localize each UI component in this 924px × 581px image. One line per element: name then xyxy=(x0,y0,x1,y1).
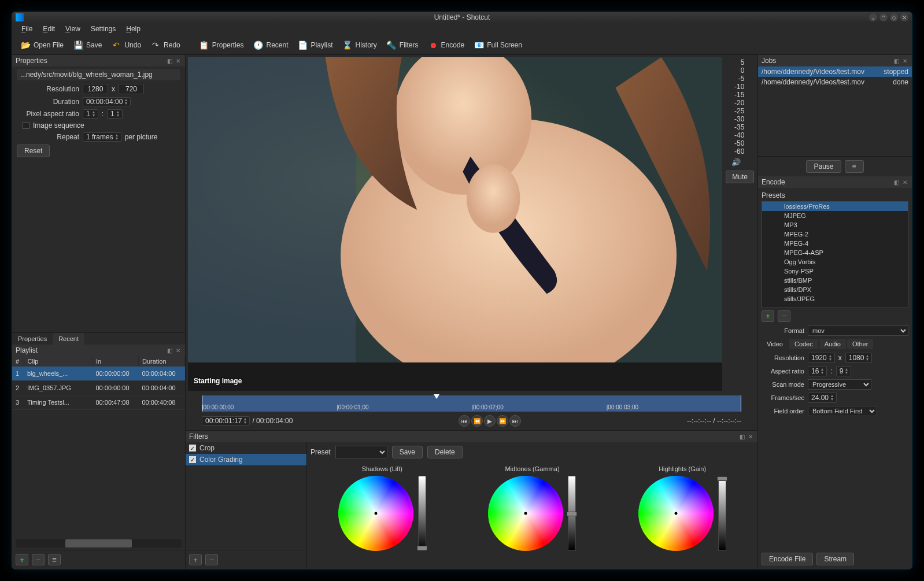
remove-clip-button[interactable]: − xyxy=(32,554,45,565)
duration-input[interactable]: 00:00:04:00▴▾ xyxy=(83,97,131,106)
reset-button[interactable]: Reset xyxy=(17,145,50,157)
imgseq-checkbox[interactable] xyxy=(23,122,29,129)
detach-icon[interactable]: ◧ xyxy=(893,57,900,64)
tab-recent[interactable]: Recent xyxy=(53,333,84,345)
remove-preset-button[interactable]: − xyxy=(778,310,790,322)
close-panel-icon[interactable]: ✕ xyxy=(901,179,908,186)
skip-start-button[interactable]: ⏮ xyxy=(459,415,470,427)
col-clip[interactable]: Clip xyxy=(24,356,93,367)
col-in[interactable]: In xyxy=(93,356,139,367)
res-height-input[interactable]: 720 xyxy=(119,84,144,94)
preset-item[interactable]: MP3 xyxy=(762,220,908,230)
stream-button[interactable]: Stream xyxy=(816,553,854,565)
playlist-menu-button[interactable]: ≡ xyxy=(48,554,61,565)
detach-icon[interactable]: ◧ xyxy=(893,179,900,186)
close-panel-icon[interactable]: ✕ xyxy=(175,57,182,64)
encode-tab[interactable]: Audio xyxy=(819,339,846,349)
restore-icon[interactable]: ◇ xyxy=(890,13,898,21)
preset-item[interactable]: Ogg Vorbis xyxy=(762,257,908,267)
highlights-slider[interactable] xyxy=(718,476,726,551)
col-dur[interactable]: Duration xyxy=(139,356,185,367)
job-row[interactable]: /home/ddennedy/Videos/test.movstopped xyxy=(758,66,912,77)
repeat-input[interactable]: 1 frames▴▾ xyxy=(83,132,121,142)
filter-item[interactable]: ✓Crop xyxy=(186,442,306,454)
shadows-wheel[interactable] xyxy=(338,476,413,551)
add-preset-button[interactable]: + xyxy=(762,310,774,322)
close-panel-icon[interactable]: ✕ xyxy=(747,433,754,440)
preset-item[interactable]: stills/DPX xyxy=(762,285,908,294)
maximize-icon[interactable]: ⌃ xyxy=(879,13,888,21)
shadows-slider[interactable] xyxy=(418,476,426,551)
timeline-ruler[interactable]: |00:00:00;00|00:00:01;00|00:00:02;00|00:… xyxy=(202,395,741,412)
playhead-icon[interactable] xyxy=(434,394,439,399)
save-button[interactable]: 💾Save xyxy=(69,38,105,53)
playlist-row[interactable]: 1blg_wheels_...00:00:00:0000:00:04:00 xyxy=(12,367,185,381)
preset-item[interactable]: stills/JPEG xyxy=(762,294,908,304)
job-row[interactable]: /home/ddennedy/Videos/test.movdone xyxy=(758,77,912,87)
playlist-scrollbar[interactable] xyxy=(16,539,182,547)
preset-item[interactable]: MPEG-4-ASP xyxy=(762,248,908,257)
close-panel-icon[interactable]: ✕ xyxy=(175,347,182,354)
save-preset-button[interactable]: Save xyxy=(392,446,423,458)
highlights-wheel[interactable] xyxy=(638,476,714,551)
pause-jobs-button[interactable]: Pause xyxy=(806,160,841,173)
tab-properties[interactable]: Properties xyxy=(12,333,53,345)
close-panel-icon[interactable]: ✕ xyxy=(901,57,908,64)
var-a-input[interactable]: 16▴▾ xyxy=(808,366,827,376)
res-width-input[interactable]: 1280 xyxy=(83,84,108,94)
par-a-input[interactable]: 1▴▾ xyxy=(83,109,98,119)
mute-button[interactable]: Mute xyxy=(726,171,754,183)
var-b-input[interactable]: 9▴▾ xyxy=(836,366,852,376)
add-clip-button[interactable]: + xyxy=(16,554,28,565)
properties-button[interactable]: 📋Properties xyxy=(195,38,247,53)
play-button[interactable]: ▶ xyxy=(484,415,496,427)
rewind-button[interactable]: ⏪ xyxy=(471,415,483,427)
playlist-button[interactable]: 📄Playlist xyxy=(294,38,337,53)
detach-icon[interactable]: ◧ xyxy=(166,57,173,64)
preset-list[interactable]: lossless/ProResMJPEGMP3MPEG-2MPEG-4MPEG-… xyxy=(762,201,908,308)
encode-tab[interactable]: Codec xyxy=(789,339,818,349)
fps-input[interactable]: 24.00▴▾ xyxy=(808,393,837,403)
preview-viewport[interactable]: Starting image xyxy=(188,57,722,391)
playlist-row[interactable]: 3Timing Testsl...00:00:47:0800:00:40:08 xyxy=(12,395,185,410)
encode-file-button[interactable]: Encode File xyxy=(762,553,813,565)
preset-select[interactable] xyxy=(335,446,387,458)
midtones-wheel[interactable] xyxy=(488,476,563,551)
preset-item[interactable]: MPEG-4 xyxy=(762,239,908,248)
menu-view[interactable]: View xyxy=(61,24,85,34)
encode-tab[interactable]: Other xyxy=(847,339,874,349)
preset-item[interactable]: stills/BMP xyxy=(762,276,908,285)
jobs-menu-button[interactable]: ≡ xyxy=(845,160,864,173)
preset-item[interactable]: lossless/ProRes xyxy=(762,202,908,211)
detach-icon[interactable]: ◧ xyxy=(166,347,173,354)
undo-button[interactable]: ↶Undo xyxy=(108,38,145,53)
par-b-input[interactable]: 1▴▾ xyxy=(107,109,123,119)
recent-button[interactable]: 🕐Recent xyxy=(249,38,291,53)
playlist-row[interactable]: 2IMG_0357.JPG00:00:00:0000:00:04:00 xyxy=(12,381,185,395)
remove-filter-button[interactable]: − xyxy=(205,554,218,565)
menu-settings[interactable]: Settings xyxy=(86,24,120,34)
preset-item[interactable]: MPEG-2 xyxy=(762,230,908,239)
timecode-current[interactable]: 00:00:01:17▴▾ xyxy=(202,416,250,425)
fastfwd-button[interactable]: ⏩ xyxy=(497,415,508,427)
fo-select[interactable]: Bottom Field First xyxy=(808,406,877,416)
encode-button[interactable]: ⏺Encode xyxy=(424,38,468,53)
fullscreen-button[interactable]: 📧Full Screen xyxy=(470,38,526,53)
volume-icon[interactable]: 🔊 xyxy=(726,158,746,168)
add-filter-button[interactable]: + xyxy=(189,554,202,565)
format-select[interactable]: mov xyxy=(808,325,908,336)
midtones-slider[interactable] xyxy=(568,476,576,551)
open-file-button[interactable]: 📂Open File xyxy=(17,38,67,53)
col-num[interactable]: # xyxy=(12,356,24,367)
vres-h-input[interactable]: 1080▴▾ xyxy=(845,353,873,363)
filters-button[interactable]: 🔦Filters xyxy=(383,38,422,53)
menu-help[interactable]: Help xyxy=(121,24,145,34)
filter-item[interactable]: ✓Color Grading xyxy=(186,454,306,465)
preset-item[interactable]: MJPEG xyxy=(762,211,908,220)
skip-end-button[interactable]: ⏭ xyxy=(509,415,521,427)
minimize-icon[interactable]: ⌄ xyxy=(869,13,877,21)
history-button[interactable]: ⌛History xyxy=(339,38,380,53)
delete-preset-button[interactable]: Delete xyxy=(427,446,463,458)
menu-edit[interactable]: Edit xyxy=(38,24,60,34)
encode-tab[interactable]: Video xyxy=(762,339,788,349)
